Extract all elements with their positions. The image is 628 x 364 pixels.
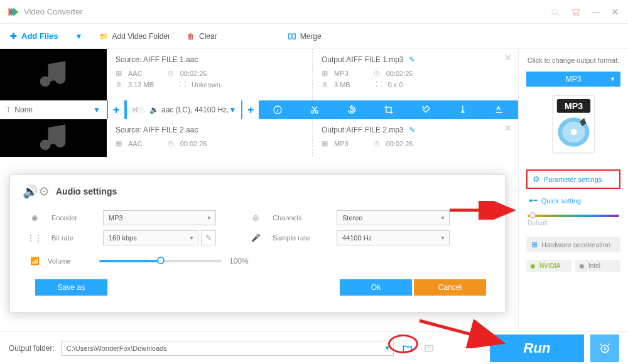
bitrate-icon: ⋮⋮ (29, 232, 40, 244)
add-files-button[interactable]: ✚ Add Files (9, 31, 58, 41)
ok-button[interactable]: Ok (340, 279, 412, 296)
gear-speaker-icon: 🔊⚙ (23, 184, 50, 199)
edit-output-icon[interactable]: ✎ (409, 55, 415, 64)
sliders-icon: ⚙ (533, 174, 540, 184)
quality-slider[interactable]: Default (526, 212, 620, 229)
output-dim: 0 x 0 (388, 81, 403, 88)
license-icon[interactable] (549, 5, 563, 19)
quick-label: Quick setting (541, 197, 582, 205)
svg-rect-3 (288, 33, 291, 38)
hardware-accel-button[interactable]: ▦ Hardware acceleration (526, 237, 620, 252)
encoder-label: Encoder (51, 214, 95, 222)
output-info: ✕ Output:AIFF FILE 1.mp3 ✎ ▦MP3 ◷00:02:2… (313, 49, 518, 100)
output-duration: 00:02:26 (386, 70, 413, 77)
remove-file-button[interactable]: ✕ (504, 123, 512, 133)
output-folder-label: Output folder: (9, 344, 55, 353)
bitrate-edit-button[interactable]: ✎ (201, 230, 216, 245)
file-row: Source: AIFF FILE 2.aac ▦AAC ◷00:02:26 ✕… (0, 119, 518, 157)
volume-icon: 📶 (29, 255, 40, 267)
watermark-tool[interactable] (444, 100, 481, 119)
channels-icon: ◎ (250, 212, 261, 223)
text-icon: T (6, 105, 11, 114)
edit-output-icon[interactable]: ✎ (409, 126, 415, 134)
intel-label: Intel (588, 262, 600, 269)
side-header: Click to change output format: (526, 56, 620, 64)
source-name: Source: AIFF FILE 2.aac (116, 126, 198, 134)
file-icon: 🗎 (322, 80, 330, 89)
audio-select[interactable]: 🔉 aac (LC), 44100 Hz, ▼ (144, 105, 241, 114)
output-folder-input[interactable]: C:\Users\WonderFox\Downloads ▼ (61, 341, 394, 356)
output-settings-button[interactable] (421, 341, 436, 356)
source-codec: AAC (128, 70, 143, 77)
output-format-select[interactable]: MP3 (526, 72, 620, 87)
quick-setting-button[interactable]: ●━ Quick setting (526, 196, 620, 205)
channels-select[interactable]: Stereo (337, 210, 450, 225)
rotate-tool[interactable] (333, 100, 370, 119)
samplerate-label: Sample rate (273, 234, 329, 242)
output-name: Output:AIFF FILE 2.mp3 (322, 126, 404, 134)
samplerate-select[interactable]: 44100 Hz (337, 230, 450, 245)
encoder-select[interactable]: MP3 (103, 210, 216, 225)
output-codec: MP3 (334, 70, 349, 77)
effects-tool[interactable] (407, 100, 444, 119)
slider-label: Default (528, 220, 619, 227)
output-codec: MP3 (334, 140, 349, 147)
dimension-button[interactable]: H' (127, 107, 144, 114)
add-files-dropdown[interactable]: ▼ (75, 32, 84, 41)
param-label: Parameter settings (544, 176, 602, 183)
clear-button[interactable]: 🗑 Clear (187, 32, 217, 41)
merge-label: Merge (300, 32, 322, 41)
volume-slider[interactable] (99, 260, 222, 262)
bullet-icon: ●━ (529, 196, 538, 205)
subtitle-tool[interactable] (481, 100, 518, 119)
remove-file-button[interactable]: ✕ (504, 53, 512, 63)
svg-point-0 (552, 9, 557, 14)
crop-tool[interactable] (370, 100, 407, 119)
parameter-settings-button[interactable]: ⚙ Parameter settings (526, 169, 620, 189)
close-button[interactable]: ✕ (609, 6, 620, 18)
action-bar: T None ▼ + H' 🔉 aac (LC), 44100 Hz, ▼ + (0, 100, 518, 119)
save-as-button[interactable]: Save as (35, 279, 107, 296)
output-format-image[interactable]: MP3 (526, 87, 620, 162)
schedule-button[interactable] (590, 335, 619, 362)
svg-point-12 (570, 129, 577, 136)
svg-rect-13 (425, 345, 433, 351)
plus-icon: ✚ (9, 32, 18, 41)
codec-icon: ▦ (322, 69, 330, 78)
nvidia-icon: ◉ (530, 262, 536, 269)
trash-icon: 🗑 (187, 32, 195, 41)
file-thumbnail[interactable] (0, 119, 107, 157)
source-duration: 00:02:26 (180, 70, 207, 77)
cut-tool[interactable] (296, 100, 333, 119)
folder-dropdown[interactable]: ▼ (384, 345, 391, 351)
add-watermark-button[interactable]: + (107, 100, 124, 119)
merge-button[interactable]: Merge (288, 32, 322, 41)
channels-label: Channels (273, 214, 329, 222)
toolbar: ✚ Add Files ▼ 📁 Add Video Folder 🗑 Clear… (0, 24, 628, 49)
svg-point-2 (577, 14, 578, 16)
volume-value: 100% (229, 257, 249, 265)
folder-icon: 📁 (100, 32, 109, 41)
intel-chip[interactable]: ◉ Intel (575, 260, 620, 272)
codec-icon: ▦ (322, 139, 330, 148)
watermark-select[interactable]: T None ▼ (0, 100, 107, 119)
dialog-title: Audio settings (56, 186, 117, 196)
minimize-button[interactable]: — (590, 6, 602, 18)
nvidia-label: NVIDIA (539, 262, 560, 269)
nvidia-chip[interactable]: ◉ NVIDIA (526, 260, 571, 272)
output-name: Output:AIFF FILE 1.mp3 (322, 55, 404, 64)
open-folder-button[interactable] (400, 341, 415, 356)
run-button[interactable]: Run (490, 335, 584, 362)
chip-icon: ▦ (531, 240, 538, 249)
cart-icon[interactable] (569, 5, 583, 19)
source-dim: Unknown (192, 81, 220, 88)
cancel-button[interactable]: Cancel (414, 279, 486, 296)
add-video-folder-button[interactable]: 📁 Add Video Folder (100, 32, 171, 41)
run-label: Run (524, 340, 551, 356)
add-audio-button[interactable]: + (241, 100, 259, 119)
file-thumbnail[interactable] (0, 49, 107, 100)
title-bar: Video Converter — ✕ (0, 0, 628, 24)
source-size: 3.12 MB (128, 81, 154, 88)
bitrate-select[interactable]: 160 kbps (103, 230, 198, 245)
info-tool[interactable] (259, 100, 296, 119)
